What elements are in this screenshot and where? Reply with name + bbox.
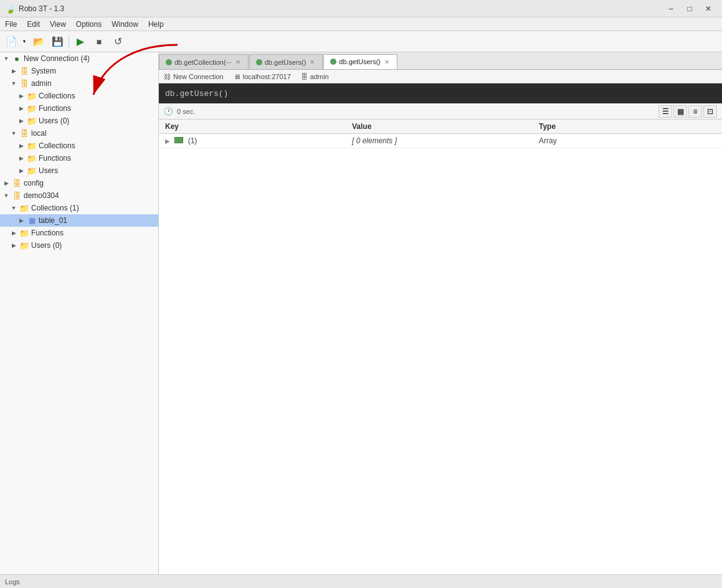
row-expand-icon[interactable]: ▶	[165, 138, 170, 145]
expand-arrow-demo0304: ▼	[2, 192, 10, 199]
sidebar-label-system: System	[31, 67, 56, 75]
sidebar-label-demo0304: demo0304	[24, 191, 59, 200]
save-icon: 💾	[52, 36, 64, 47]
folder-icon-local-users: 📁	[27, 166, 37, 176]
expand-arrow-table01: ▶	[17, 217, 25, 224]
sidebar-item-demo-collections[interactable]: ▼ 📁 Collections (1)	[0, 202, 158, 214]
sidebar-item-local-functions[interactable]: ▶ 📁 Functions	[0, 152, 158, 164]
sidebar-label-demo-users: Users (0)	[31, 241, 62, 250]
folder-icon-admin-collections: 📁	[27, 91, 37, 101]
row-type: Array	[533, 134, 722, 148]
results-view-buttons: ☰ ▦ ≡ ⊡	[658, 105, 717, 118]
tab-close-1[interactable]: ✕	[234, 59, 242, 65]
sidebar-item-demo-users[interactable]: ▶ 📁 Users (0)	[0, 239, 158, 252]
menu-file[interactable]: File	[0, 17, 22, 31]
tab-3[interactable]: db.getUsers() ✕	[323, 54, 397, 69]
sidebar-item-admin[interactable]: ▼ 🗄 admin	[0, 77, 158, 90]
col-header-value: Value	[346, 120, 533, 134]
table-header-row: Key Value Type	[159, 120, 722, 134]
run-icon: ▶	[77, 36, 84, 47]
tab-label-3: db.getUsers()	[339, 58, 381, 65]
save-button[interactable]: 💾	[49, 34, 66, 50]
sidebar-label-new-connection: New Connection (4)	[24, 54, 90, 63]
query-connection-info: ⛓ New Connection	[164, 73, 224, 80]
folder-icon-admin-functions: 📁	[27, 103, 37, 113]
stop-button[interactable]: ■	[90, 34, 108, 50]
sidebar-label-local-users: Users	[39, 166, 58, 175]
expand-arrow-demo-users: ▶	[10, 242, 17, 249]
expand-arrow-local-functions: ▶	[17, 154, 25, 162]
sidebar-item-admin-functions[interactable]: ▶ 📁 Functions	[0, 102, 158, 115]
tab-close-2[interactable]: ✕	[308, 59, 316, 65]
folder-icon-demo-users: 📁	[19, 240, 29, 250]
query-database-label: admin	[310, 73, 329, 80]
sidebar-item-local-collections[interactable]: ▶ 📁 Collections	[0, 140, 158, 152]
row-key-label: (1)	[188, 136, 197, 145]
menu-window[interactable]: Window	[107, 17, 143, 31]
expand-arrow-config: ▶	[2, 179, 10, 187]
folder-icon-local-collections: 📁	[27, 141, 37, 151]
expand-arrow-new-connection: ▼	[2, 55, 10, 62]
app-icon: 🍃	[5, 4, 15, 14]
sidebar-item-admin-users[interactable]: ▶ 📁 Users (0)	[0, 115, 158, 127]
toolbar-separator-1	[69, 36, 69, 48]
database-icon-system: 🗄	[19, 66, 29, 76]
query-editor[interactable]: db.getUsers()	[159, 83, 722, 103]
host-icon: 🖥	[234, 73, 240, 80]
view-custom-button[interactable]: ⊡	[703, 105, 717, 118]
window-controls: – □ ✕	[662, 2, 717, 15]
sidebar-item-config[interactable]: ▶ 🗄 config	[0, 177, 158, 189]
row-key: ▶ (1)	[159, 134, 346, 148]
new-button[interactable]: 📄	[2, 34, 20, 50]
sidebar-item-demo0304[interactable]: ▼ 🗄 demo0304	[0, 189, 158, 202]
tab-2[interactable]: db.getUsers() ✕	[249, 54, 323, 69]
menu-options[interactable]: Options	[71, 17, 107, 31]
sidebar-item-local[interactable]: ▼ 🗄 local	[0, 127, 158, 140]
sidebar-label-local-functions: Functions	[39, 154, 71, 163]
sidebar: ▼ ● New Connection (4) ▶ 🗄 System ▼ 🗄 ad…	[0, 52, 159, 574]
menu-view[interactable]: View	[45, 17, 71, 31]
view-table-button[interactable]: ▦	[673, 105, 687, 118]
sidebar-label-local: local	[31, 129, 47, 138]
expand-arrow-local-users: ▶	[17, 167, 25, 174]
menu-bar: File Edit View Options Window Help	[0, 17, 722, 31]
toolbar: 📄 ▾ 📂 💾 ▶ ■ ↺	[0, 31, 722, 52]
content-area: db.getCollection(··· ✕ db.getUsers() ✕ d…	[159, 52, 722, 574]
sidebar-item-system[interactable]: ▶ 🗄 System	[0, 65, 158, 77]
tab-icon-1	[166, 59, 172, 65]
results-table: Key Value Type ▶ (1) [ 0 elements ] Arra…	[159, 120, 722, 148]
database-icon-admin: 🗄	[19, 78, 29, 88]
sidebar-item-new-connection[interactable]: ▼ ● New Connection (4)	[0, 52, 158, 65]
sidebar-item-admin-collections[interactable]: ▶ 📁 Collections	[0, 90, 158, 102]
view-tree-button[interactable]: ☰	[658, 105, 672, 118]
table-row: ▶ (1) [ 0 elements ] Array	[159, 134, 722, 148]
sidebar-item-local-users[interactable]: ▶ 📁 Users	[0, 164, 158, 177]
maximize-button[interactable]: □	[681, 2, 698, 15]
database-icon-local: 🗄	[19, 128, 29, 138]
tab-close-3[interactable]: ✕	[383, 59, 391, 65]
sidebar-item-table01[interactable]: ▶ ▦ table_01	[0, 214, 158, 227]
view-text-button[interactable]: ≡	[688, 105, 702, 118]
folder-icon-admin-users: 📁	[27, 116, 37, 126]
folder-icon-demo-collections: 📁	[19, 203, 29, 213]
tab-label-2: db.getUsers()	[265, 59, 306, 66]
database-icon-config: 🗄	[12, 178, 22, 188]
table-icon-table01: ▦	[27, 216, 37, 225]
sidebar-label-admin-functions: Functions	[39, 104, 71, 113]
menu-help[interactable]: Help	[143, 17, 169, 31]
sidebar-item-demo-functions[interactable]: ▶ 📁 Functions	[0, 227, 158, 239]
results-toolbar: 🕐 0 sec. ☰ ▦ ≡ ⊡	[159, 103, 722, 120]
open-button[interactable]: 📂	[30, 34, 47, 50]
minimize-button[interactable]: –	[662, 2, 680, 15]
results-area: Key Value Type ▶ (1) [ 0 elements ] Arra…	[159, 120, 722, 574]
tab-1[interactable]: db.getCollection(··· ✕	[159, 54, 249, 69]
sidebar-label-demo-functions: Functions	[31, 229, 64, 237]
refresh-button[interactable]: ↺	[109, 34, 126, 50]
close-button[interactable]: ✕	[700, 2, 717, 15]
run-button[interactable]: ▶	[72, 34, 89, 50]
main-layout: ▼ ● New Connection (4) ▶ 🗄 System ▼ 🗄 ad…	[0, 52, 722, 574]
query-connection-label: New Connection	[173, 73, 224, 80]
db-icon: 🗄	[301, 73, 308, 80]
menu-edit[interactable]: Edit	[22, 17, 45, 31]
new-dropdown-button[interactable]: ▾	[20, 34, 29, 50]
